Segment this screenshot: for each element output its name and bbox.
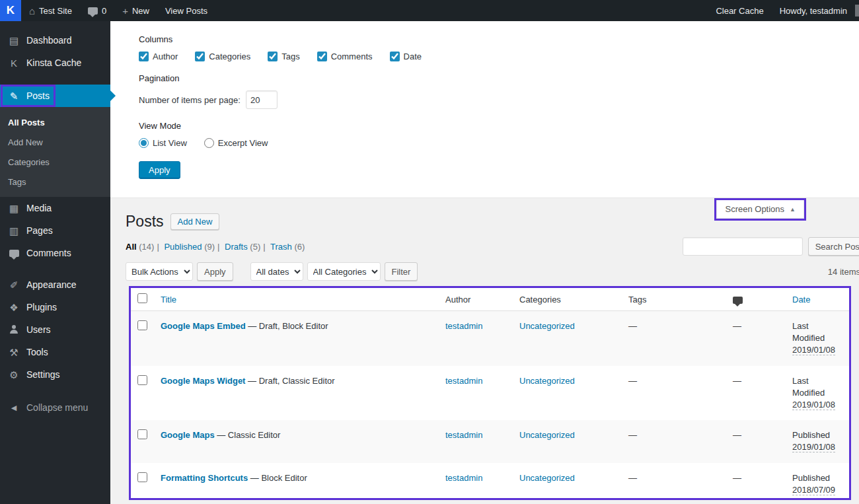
per-page-row: Number of items per page: — [139, 90, 859, 109]
filter-count: (9) — [204, 242, 215, 252]
select-all-checkbox[interactable] — [137, 293, 147, 303]
screen-options-apply-button[interactable]: Apply — [139, 161, 180, 179]
column-toggle-categories[interactable]: Categories — [195, 52, 250, 61]
sidebar-item-posts[interactable]: ✎ Posts — [0, 85, 110, 107]
howdy-account-link[interactable]: Howdy, testadmin — [772, 0, 855, 21]
sort-by-title-link[interactable]: Title — [161, 295, 176, 305]
tags-value: — — [628, 430, 637, 440]
post-title-link[interactable]: Google Maps Widget — [161, 376, 245, 386]
clear-cache-link[interactable]: Clear Cache — [708, 0, 771, 21]
date-status: Published — [792, 473, 830, 483]
kinsta-logo[interactable]: K — [0, 0, 21, 21]
user-icon — [7, 325, 21, 335]
row-checkbox[interactable] — [137, 472, 147, 482]
comments-icon — [7, 248, 21, 258]
post-state: — Block Editor — [250, 473, 307, 483]
categories-filter-select[interactable]: All Categories — [307, 262, 381, 281]
table-toolbar: Bulk Actions Apply All dates All Categor… — [126, 262, 851, 281]
row-checkbox[interactable] — [137, 375, 147, 385]
filter-count: (14) — [139, 242, 154, 252]
site-name-label: Test Site — [39, 6, 72, 16]
sidebar-item-appearance[interactable]: ✐ Appearance — [0, 273, 110, 296]
post-title-link[interactable]: Google Maps Embed — [161, 321, 246, 331]
radio-label: Excerpt View — [218, 138, 268, 148]
sidebar-item-settings[interactable]: ⚙ Settings — [0, 363, 110, 386]
comments-checkbox[interactable] — [317, 52, 327, 61]
sort-by-date-link[interactable]: Date — [792, 295, 810, 305]
kinsta-logo-letter: K — [7, 4, 15, 17]
list-view-option[interactable]: List View — [139, 138, 187, 148]
screen-options-tab[interactable]: Screen Options ▲ — [716, 200, 804, 219]
category-link[interactable]: Uncategorized — [519, 376, 575, 386]
author-checkbox[interactable] — [139, 52, 149, 61]
columns-heading: Columns — [139, 34, 859, 44]
pagination-heading: Pagination — [139, 73, 859, 83]
sidebar-item-comments[interactable]: Comments — [0, 242, 110, 264]
submenu-item-tags[interactable]: Tags — [0, 172, 110, 192]
filter-published[interactable]: Published (9) — [164, 242, 215, 252]
list-view-radio[interactable] — [139, 138, 149, 148]
checkbox-label: Categories — [209, 52, 250, 61]
sidebar-item-users[interactable]: Users — [0, 318, 110, 341]
row-checkbox[interactable] — [137, 429, 147, 439]
submenu-item-add-new[interactable]: Add New — [0, 132, 110, 152]
date-checkbox[interactable] — [390, 52, 400, 61]
excerpt-view-option[interactable]: Excerpt View — [204, 138, 268, 148]
filter-all[interactable]: All (14) — [126, 242, 154, 252]
sidebar-item-label: Users — [26, 324, 51, 335]
submenu-item-categories[interactable]: Categories — [0, 152, 110, 172]
view-posts-link[interactable]: View Posts — [157, 0, 215, 21]
per-page-input[interactable] — [246, 90, 278, 109]
howdy-label: Howdy, testadmin — [780, 6, 847, 16]
admin-bar-new[interactable]: + New — [114, 0, 157, 21]
author-link[interactable]: testadmin — [445, 430, 482, 440]
sidebar-item-plugins[interactable]: ❖ Plugins — [0, 296, 110, 318]
site-name-link[interactable]: ⌂ Test Site — [21, 0, 80, 21]
author-link[interactable]: testadmin — [445, 321, 482, 331]
bulk-apply-button[interactable]: Apply — [197, 262, 233, 281]
date-value: 2018/07/09 — [792, 485, 835, 495]
checkbox-label: Tags — [281, 52, 299, 61]
row-checkbox[interactable] — [137, 320, 147, 330]
excerpt-view-radio[interactable] — [204, 138, 214, 148]
radio-label: List View — [153, 138, 187, 148]
sidebar-item-collapse-menu[interactable]: ◀ Collapse menu — [0, 396, 110, 419]
admin-bar-comments[interactable]: 0 — [80, 0, 114, 21]
post-title-link[interactable]: Formatting Shortcuts — [161, 473, 248, 483]
sidebar-item-tools[interactable]: ⚒ Tools — [0, 341, 110, 363]
table-row: Google Maps Widget — Draft, Classic Edit… — [131, 366, 849, 421]
search-input[interactable] — [683, 237, 803, 256]
author-link[interactable]: testadmin — [445, 376, 482, 386]
category-link[interactable]: Uncategorized — [519, 430, 575, 440]
categories-checkbox[interactable] — [195, 52, 205, 61]
sidebar-item-kinsta-cache[interactable]: K Kinsta Cache — [0, 52, 110, 74]
search-posts-button[interactable]: Search Posts — [808, 237, 859, 256]
filter-trash[interactable]: Trash (6) — [270, 242, 305, 252]
sidebar-item-dashboard[interactable]: ▤ Dashboard — [0, 29, 110, 52]
chevron-up-icon: ▲ — [790, 206, 796, 213]
category-link[interactable]: Uncategorized — [519, 321, 575, 331]
filter-count: (6) — [294, 242, 305, 252]
home-icon: ⌂ — [29, 6, 35, 16]
date-status: Last Modified — [792, 376, 825, 398]
tags-checkbox[interactable] — [268, 52, 278, 61]
author-column-header: Author — [445, 295, 470, 305]
avatar[interactable] — [855, 5, 859, 17]
add-new-button[interactable]: Add New — [170, 213, 220, 230]
bulk-actions-select[interactable]: Bulk Actions — [126, 262, 193, 281]
sidebar-item-media[interactable]: ▦ Media — [0, 197, 110, 219]
dates-filter-select[interactable]: All dates — [250, 262, 303, 281]
submenu-item-all-posts[interactable]: All Posts — [0, 112, 110, 132]
filter-drafts[interactable]: Drafts (5) — [225, 242, 260, 252]
sidebar-item-label: Posts — [26, 90, 50, 101]
column-toggle-tags[interactable]: Tags — [268, 52, 299, 61]
category-link[interactable]: Uncategorized — [519, 473, 575, 483]
sidebar-item-pages[interactable]: ▥ Pages — [0, 219, 110, 242]
column-toggle-comments[interactable]: Comments — [317, 52, 373, 61]
filter-button[interactable]: Filter — [385, 262, 418, 281]
column-toggle-author[interactable]: Author — [139, 52, 178, 61]
column-toggle-date[interactable]: Date — [390, 52, 422, 61]
comment-bubble-icon — [88, 7, 98, 15]
author-link[interactable]: testadmin — [445, 473, 482, 483]
post-title-link[interactable]: Google Maps — [161, 430, 215, 440]
